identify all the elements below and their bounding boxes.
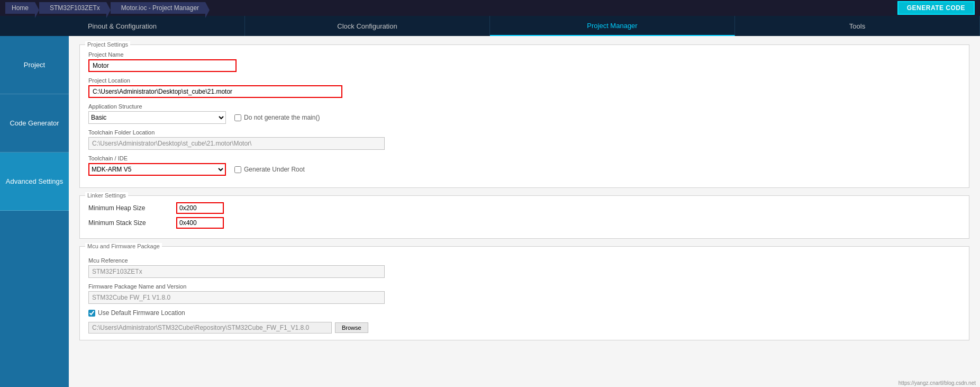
firmware-pkg-label: Firmware Package Name and Version	[88, 283, 960, 290]
toolchain-ide-label: Toolchain / IDE	[88, 155, 960, 161]
toolchain-folder-input[interactable]	[88, 137, 385, 150]
toolchain-folder-label: Toolchain Folder Location	[88, 129, 960, 136]
sidebar-item-code-generator[interactable]: Code Generator	[0, 94, 69, 152]
sidebar: Project Code Generator Advanced Settings	[0, 36, 69, 387]
use-default-firmware-row: Use Default Firmware Location	[88, 309, 960, 317]
project-settings-panel: Project Settings Project Name Project Lo…	[79, 44, 969, 188]
breadcrumb-project[interactable]: Motor.ioc - Project Manager	[111, 2, 205, 14]
generate-under-root-checkbox[interactable]	[234, 166, 241, 173]
mcu-ref-row: Mcu Reference	[88, 257, 960, 278]
tab-tools[interactable]: Tools	[735, 16, 980, 36]
mcu-firmware-legend: Mcu and Firmware Package	[85, 243, 162, 249]
browse-button[interactable]: Browse	[335, 322, 368, 333]
use-default-firmware-checkbox[interactable]	[88, 310, 95, 317]
sidebar-item-project[interactable]: Project	[0, 36, 69, 94]
project-settings-legend: Project Settings	[85, 41, 130, 48]
breadcrumb-home[interactable]: Home	[5, 2, 35, 14]
mcu-ref-input[interactable]	[88, 265, 385, 278]
main-layout: Project Code Generator Advanced Settings…	[0, 36, 980, 387]
tab-clock[interactable]: Clock Configuration	[245, 16, 490, 36]
app-structure-label: Application Structure	[88, 103, 960, 110]
toolchain-folder-row: Toolchain Folder Location	[88, 129, 960, 150]
project-name-row: Project Name	[88, 51, 960, 72]
min-stack-row: Minimum Stack Size	[88, 217, 960, 229]
min-stack-label: Minimum Stack Size	[88, 219, 173, 227]
min-heap-label: Minimum Heap Size	[88, 204, 173, 212]
firmware-pkg-input[interactable]	[88, 291, 385, 304]
toolchain-ide-row: Toolchain / IDE MDK-ARM V5 Generate Unde…	[88, 155, 960, 176]
breadcrumb: Home STM32F103ZETx Motor.ioc - Project M…	[5, 2, 205, 14]
min-heap-input[interactable]	[176, 202, 224, 214]
app-structure-row: Application Structure Basic Do not gener…	[88, 103, 960, 124]
status-bar: https://yangz.cnartl/blog.csdn.net	[894, 379, 980, 387]
tab-pinout[interactable]: Pinout & Configuration	[0, 16, 245, 36]
firmware-path-input[interactable]	[88, 322, 332, 334]
tab-project-manager[interactable]: Project Manager	[490, 16, 735, 36]
content-area: Project Settings Project Name Project Lo…	[69, 36, 980, 387]
sidebar-item-advanced-settings[interactable]: Advanced Settings	[0, 152, 69, 211]
min-stack-input[interactable]	[176, 217, 224, 229]
toolchain-ide-inline: MDK-ARM V5 Generate Under Root	[88, 163, 960, 176]
project-location-label: Project Location	[88, 77, 960, 84]
linker-settings-panel: Linker Settings Minimum Heap Size Minimu…	[79, 195, 969, 239]
generate-under-root-label: Generate Under Root	[234, 166, 305, 173]
tab-bar: Pinout & Configuration Clock Configurati…	[0, 16, 980, 36]
project-location-row: Project Location	[88, 77, 960, 98]
app-structure-inline: Basic Do not generate the main()	[88, 111, 960, 124]
toolchain-ide-select[interactable]: MDK-ARM V5	[88, 163, 226, 176]
min-heap-row: Minimum Heap Size	[88, 202, 960, 214]
use-default-firmware-label: Use Default Firmware Location	[88, 309, 960, 317]
project-name-label: Project Name	[88, 51, 960, 58]
mcu-ref-label: Mcu Reference	[88, 257, 960, 264]
do-not-generate-main-checkbox[interactable]	[234, 114, 241, 121]
top-nav: Home STM32F103ZETx Motor.ioc - Project M…	[0, 0, 980, 16]
do-not-generate-main-label: Do not generate the main()	[234, 114, 320, 121]
project-name-input[interactable]	[88, 59, 237, 72]
project-location-input[interactable]	[88, 85, 342, 98]
generate-code-button[interactable]: GENERATE CODE	[897, 1, 975, 15]
mcu-firmware-panel: Mcu and Firmware Package Mcu Reference F…	[79, 246, 969, 340]
breadcrumb-mcu[interactable]: STM32F103ZETx	[39, 2, 106, 14]
app-structure-select[interactable]: Basic	[88, 111, 226, 124]
linker-settings-legend: Linker Settings	[85, 192, 128, 199]
firmware-path-row: Browse	[88, 322, 960, 334]
firmware-pkg-row: Firmware Package Name and Version	[88, 283, 960, 304]
